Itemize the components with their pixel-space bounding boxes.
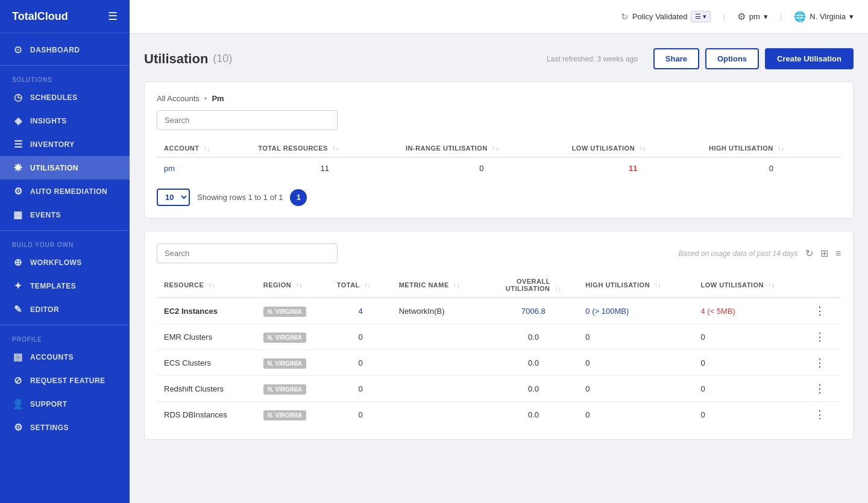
last-refreshed: Last refreshed: 3 weeks ago bbox=[547, 55, 638, 63]
cell-metric bbox=[392, 402, 489, 428]
breadcrumb-active: Pm bbox=[212, 94, 224, 103]
sidebar-item-templates[interactable]: ✦ Templates bbox=[0, 274, 130, 298]
policy-badge: ☰ ▾ bbox=[691, 11, 711, 22]
header-actions: Last refreshed: 3 weeks ago Share Option… bbox=[547, 48, 854, 69]
sidebar-item-utilisation[interactable]: ❋ Utilisation bbox=[0, 156, 130, 180]
workflows-icon: ⊕ bbox=[12, 257, 24, 268]
sidebar-item-label: Events bbox=[30, 211, 61, 219]
cell-overall: 0.0 bbox=[489, 324, 579, 350]
sidebar-item-auto-remediation[interactable]: ⚙ Auto Remediation bbox=[0, 180, 130, 203]
sidebar-item-support[interactable]: 👤 Support bbox=[0, 392, 130, 416]
col-total-resources: TOTAL RESOURCES ↑↓ bbox=[251, 140, 398, 157]
create-utilisation-button[interactable]: Create Utilisation bbox=[765, 48, 854, 69]
sort-icon-bhigh[interactable]: ↑↓ bbox=[655, 282, 661, 289]
bcol-overall: OVERALLUTILISATION ↑↓ bbox=[489, 273, 579, 298]
sort-icon-blow[interactable]: ↑↓ bbox=[768, 282, 775, 289]
row-menu-button[interactable]: ⋮ bbox=[814, 357, 826, 369]
col-in-range: IN-RANGE UTILISATION ↑↓ bbox=[398, 140, 565, 157]
col-low: LOW UTILISATION ↑↓ bbox=[565, 140, 702, 157]
cell-total: 0 bbox=[330, 350, 392, 376]
topbar: ↻ Policy Validated ☰ ▾ | ⚙ pm ▾ | 🌐 N. V… bbox=[130, 0, 868, 34]
policy-validated-item[interactable]: ↻ Policy Validated ☰ ▾ bbox=[621, 11, 711, 22]
settings-icon: ⚙ bbox=[12, 422, 24, 433]
hamburger-icon[interactable]: ☰ bbox=[108, 10, 118, 23]
pm-item[interactable]: ⚙ pm ▾ bbox=[737, 11, 768, 22]
sidebar-item-schedules[interactable]: ◷ Schedules bbox=[0, 86, 130, 109]
bcol-high: HIGH UTILISATION ↑↓ bbox=[578, 273, 693, 298]
cell-menu: ⋮ bbox=[807, 402, 841, 428]
bottom-search-input[interactable] bbox=[157, 243, 338, 263]
sidebar-item-workflows[interactable]: ⊕ Workflows bbox=[0, 251, 130, 274]
table-row: ECS Clusters N. VIRGINIA 0 0.0 0 0 ⋮ bbox=[157, 350, 841, 376]
region-badge: N. VIRGINIA bbox=[263, 358, 306, 369]
row-menu-button[interactable]: ⋮ bbox=[814, 331, 826, 343]
support-icon: 👤 bbox=[12, 398, 24, 410]
cell-total: 0 bbox=[330, 376, 392, 402]
sort-icon-total[interactable]: ↑↓ bbox=[333, 145, 339, 152]
cell-low: 0 bbox=[693, 324, 807, 350]
cell-resource: RDS DBInstances bbox=[157, 402, 256, 428]
content-area: Utilisation (10) Last refreshed: 3 weeks… bbox=[130, 34, 868, 503]
table-row: Redshift Clusters N. VIRGINIA 0 0.0 0 0 … bbox=[157, 376, 841, 402]
options-button[interactable]: Options bbox=[705, 48, 759, 69]
templates-icon: ✦ bbox=[12, 280, 24, 292]
topbar-sep2: | bbox=[780, 12, 782, 21]
dashboard-icon: ⊙ bbox=[12, 44, 24, 55]
policy-validated-label: Policy Validated bbox=[632, 12, 688, 21]
cell-high: 0 bbox=[578, 402, 693, 428]
sidebar-item-settings[interactable]: ⚙ Settings bbox=[0, 416, 130, 439]
sort-icon-inrange[interactable]: ↑↓ bbox=[492, 145, 498, 152]
top-table-head: ACCOUNT ↑↓ TOTAL RESOURCES ↑↓ IN-RANGE U… bbox=[157, 140, 841, 157]
bottom-search-box bbox=[157, 243, 338, 263]
sidebar-item-insights[interactable]: ◈ Insights bbox=[0, 109, 130, 133]
row-menu-button[interactable]: ⋮ bbox=[814, 305, 826, 317]
bottom-table-wrapper: RESOURCE ↑↓ REGION ↑↓ TOTAL ↑↓ METRIC NA… bbox=[157, 273, 841, 427]
share-button[interactable]: Share bbox=[653, 48, 699, 69]
sidebar-item-accounts[interactable]: ▤ Accounts bbox=[0, 345, 130, 369]
inventory-icon: ☰ bbox=[12, 139, 24, 150]
columns-icon[interactable]: ≡ bbox=[835, 248, 841, 259]
cell-low: 0 bbox=[693, 402, 807, 428]
bottom-table-card: Based on usage data of past 14 days ↻ ⊞ … bbox=[144, 231, 854, 440]
cell-region: N. VIRGINIA bbox=[256, 402, 330, 428]
sort-icon-resource[interactable]: ↑↓ bbox=[209, 282, 215, 289]
top-search-box bbox=[157, 110, 841, 130]
account-link[interactable]: pm bbox=[164, 164, 175, 173]
sidebar-item-request-feature[interactable]: ⊘ Request Feature bbox=[0, 369, 130, 392]
cell-overall: 7006.8 bbox=[489, 298, 579, 324]
cell-region: N. VIRGINIA bbox=[256, 376, 330, 402]
row-menu-button[interactable]: ⋮ bbox=[814, 383, 826, 395]
sort-icon-account[interactable]: ↑↓ bbox=[204, 145, 210, 152]
sidebar-item-label: Editor bbox=[30, 305, 59, 314]
top-search-input[interactable] bbox=[157, 110, 338, 130]
sort-icon-low[interactable]: ↑↓ bbox=[640, 145, 646, 152]
sidebar-section-solutions: Solutions bbox=[0, 69, 130, 86]
filter-icon[interactable]: ⊞ bbox=[820, 248, 828, 259]
sort-icon-metric[interactable]: ↑↓ bbox=[453, 282, 460, 289]
table-row: EC2 Instances N. VIRGINIA 4 NetworkIn(B)… bbox=[157, 298, 841, 324]
bottom-table-body: EC2 Instances N. VIRGINIA 4 NetworkIn(B)… bbox=[157, 298, 841, 427]
sort-icon-region[interactable]: ↑↓ bbox=[296, 282, 303, 289]
sidebar-item-inventory[interactable]: ☰ Inventory bbox=[0, 133, 130, 156]
sort-icon-btotal[interactable]: ↑↓ bbox=[364, 282, 371, 289]
page-size-select[interactable]: 10 25 50 bbox=[157, 189, 190, 206]
sidebar-item-label: Workflows bbox=[30, 258, 82, 267]
sidebar-item-editor[interactable]: ✎ Editor bbox=[0, 298, 130, 321]
bcol-total: TOTAL ↑↓ bbox=[330, 273, 392, 298]
region-item[interactable]: 🌐 N. Virginia ▾ bbox=[794, 11, 854, 22]
page-number-bubble[interactable]: 1 bbox=[290, 189, 307, 206]
table-row: RDS DBInstances N. VIRGINIA 0 0.0 0 0 ⋮ bbox=[157, 402, 841, 428]
based-on-text: Based on usage data of past 14 days bbox=[679, 249, 798, 258]
bottom-table-head: RESOURCE ↑↓ REGION ↑↓ TOTAL ↑↓ METRIC NA… bbox=[157, 273, 841, 298]
sidebar-item-dashboard[interactable]: ⊙ Dashboard bbox=[0, 38, 130, 61]
sidebar-item-events[interactable]: ▦ Events bbox=[0, 203, 130, 227]
row-menu-button[interactable]: ⋮ bbox=[814, 408, 826, 420]
refresh-icon[interactable]: ↻ bbox=[805, 248, 813, 259]
top-table-wrapper: ACCOUNT ↑↓ TOTAL RESOURCES ↑↓ IN-RANGE U… bbox=[157, 140, 841, 179]
cell-total: 0 bbox=[330, 324, 392, 350]
main-area: ↻ Policy Validated ☰ ▾ | ⚙ pm ▾ | 🌐 N. V… bbox=[130, 0, 868, 503]
cell-high: 0 bbox=[578, 350, 693, 376]
sort-icon-high[interactable]: ↑↓ bbox=[778, 145, 784, 152]
sort-icon-overall[interactable]: ↑↓ bbox=[555, 286, 561, 292]
table-row: pm 11 0 11 0 bbox=[157, 157, 841, 179]
